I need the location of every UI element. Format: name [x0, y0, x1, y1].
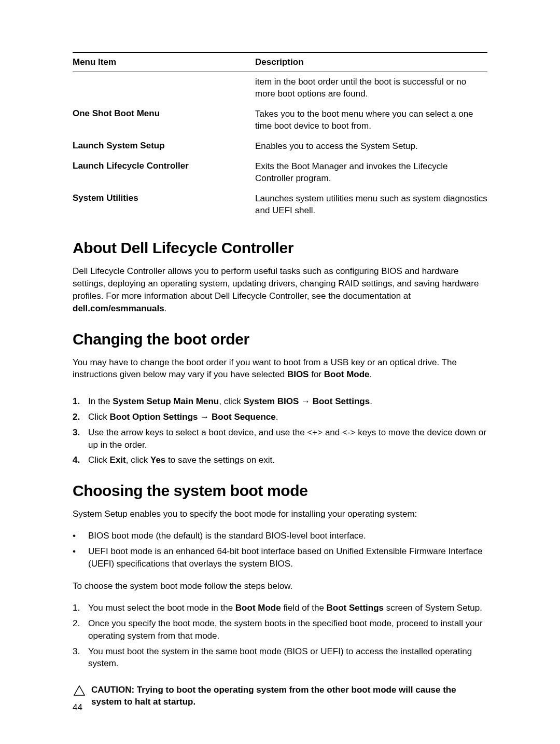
step: 2. Click Boot Option Settings → Boot Seq… [73, 411, 487, 423]
heading-changing-boot-order: Changing the boot order [73, 330, 487, 348]
menu-item-name: One Shot Boot Menu [73, 108, 255, 132]
lifecycle-paragraph: Dell Lifecycle Controller allows you to … [73, 265, 487, 314]
menu-table: Menu Item Description item in the boot o… [73, 52, 487, 221]
caution-text: CAUTION: Trying to boot the operating sy… [91, 684, 487, 708]
menu-item-name: System Utilities [73, 193, 255, 217]
section-about-lifecycle: About Dell Lifecycle Controller Dell Lif… [73, 239, 487, 314]
th-desc: Description [255, 57, 487, 67]
menu-item-desc: Enables you to access the System Setup. [255, 141, 487, 153]
table-row: One Shot Boot Menu Takes you to the boot… [73, 104, 487, 136]
caution-block: CAUTION: Trying to boot the operating sy… [73, 684, 487, 708]
table-header-row: Menu Item Description [73, 52, 487, 72]
menu-item-desc: Launches system utilities menu such as s… [255, 193, 487, 217]
menu-item-name [73, 76, 255, 100]
boot-order-steps: 1. In the System Setup Main Menu, click … [73, 395, 487, 466]
menu-item-desc: item in the boot order until the boot is… [255, 76, 487, 100]
page-number: 44 [73, 702, 82, 713]
th-menu: Menu Item [73, 57, 255, 67]
bullet-item: •UEFI boot mode is an enhanced 64-bit bo… [73, 545, 487, 570]
heading-about-lifecycle: About Dell Lifecycle Controller [73, 239, 487, 257]
menu-item-desc: Takes you to the boot menu where you can… [255, 108, 487, 132]
boot-mode-intro: System Setup enables you to specify the … [73, 508, 487, 520]
menu-item-desc: Exits the Boot Manager and invokes the L… [255, 161, 487, 185]
heading-choosing-boot-mode: Choosing the system boot mode [73, 482, 487, 500]
step: 2. Once you specify the boot mode, the s… [73, 617, 487, 642]
menu-item-name: Launch System Setup [73, 141, 255, 153]
table-row: System Utilities Launches system utiliti… [73, 189, 487, 221]
boot-mode-steps: 1. You must select the boot mode in the … [73, 602, 487, 670]
boot-order-paragraph: You may have to change the boot order if… [73, 356, 487, 381]
menu-item-name: Launch Lifecycle Controller [73, 161, 255, 185]
step: 3. You must boot the system in the same … [73, 645, 487, 670]
step: 3. Use the arrow keys to select a boot d… [73, 426, 487, 451]
bullet-item: •BIOS boot mode (the default) is the sta… [73, 530, 487, 542]
table-row: item in the boot order until the boot is… [73, 72, 487, 104]
svg-marker-0 [74, 686, 85, 695]
table-row: Launch Lifecycle Controller Exits the Bo… [73, 157, 487, 189]
step: 1. In the System Setup Main Menu, click … [73, 395, 487, 408]
boot-mode-follow: To choose the system boot mode follow th… [73, 580, 487, 593]
step: 1. You must select the boot mode in the … [73, 602, 487, 614]
step: 4. Click Exit, click Yes to save the set… [73, 454, 487, 466]
table-row: Launch System Setup Enables you to acces… [73, 136, 487, 157]
boot-mode-bullets: •BIOS boot mode (the default) is the sta… [73, 530, 487, 570]
section-choosing-boot-mode: Choosing the system boot mode System Set… [73, 482, 487, 708]
section-changing-boot-order: Changing the boot order You may have to … [73, 330, 487, 467]
